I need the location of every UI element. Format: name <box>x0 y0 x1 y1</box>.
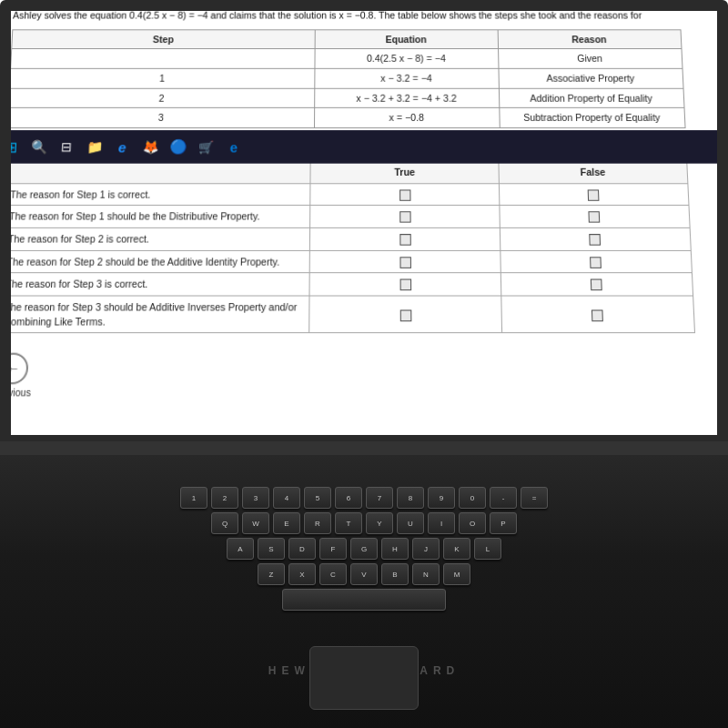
true-col-header: True <box>310 161 499 183</box>
key-q[interactable]: Q <box>211 512 238 534</box>
checkbox-box[interactable] <box>399 309 411 321</box>
false-checkbox-3[interactable] <box>500 228 691 250</box>
tf-row-6: The reason for Step 3 should be Additive… <box>0 296 694 333</box>
statement-2: The reason for Step 1 should be the Dist… <box>3 206 310 228</box>
key-7[interactable]: 7 <box>366 487 393 509</box>
statement-1: The reason for Step 1 is correct. <box>4 183 310 205</box>
key-d[interactable]: D <box>288 538 316 560</box>
firefox-icon[interactable]: 🦊 <box>138 136 161 157</box>
key-minus[interactable]: - <box>490 487 517 509</box>
true-checkbox-2[interactable] <box>310 206 500 228</box>
windows-icon[interactable]: ⊞ <box>0 136 23 157</box>
task-view-icon[interactable]: ⊟ <box>55 136 78 157</box>
touchpad[interactable] <box>309 646 419 710</box>
key-g[interactable]: G <box>350 538 378 560</box>
false-checkbox-6[interactable] <box>501 296 694 333</box>
key-c[interactable]: C <box>319 563 347 585</box>
true-checkbox-1[interactable] <box>310 183 500 205</box>
true-checkbox-4[interactable] <box>309 250 500 273</box>
checkbox-box[interactable] <box>589 234 601 246</box>
previous-button[interactable]: ← Previous <box>0 353 33 400</box>
key-z[interactable]: Z <box>258 563 285 585</box>
key-space[interactable] <box>282 589 446 611</box>
key-a[interactable]: A <box>227 538 254 560</box>
key-row-asdf: A S D F G H J K L <box>27 538 701 560</box>
key-l[interactable]: L <box>474 538 501 560</box>
false-checkbox-5[interactable] <box>500 273 693 296</box>
key-row-qwerty: Q W E R T Y U I O P <box>27 512 701 534</box>
checkbox-box[interactable] <box>588 189 600 200</box>
screen-content: Ashley solves the equation 0.4(2.5 x − 8… <box>0 0 728 464</box>
equation-3: x = −0.8 <box>314 108 500 128</box>
checkbox-box[interactable] <box>589 212 601 223</box>
ie-icon[interactable]: e <box>111 136 134 157</box>
reason-2: Addition Property of Equality <box>499 88 684 108</box>
key-v[interactable]: V <box>350 563 378 585</box>
key-o[interactable]: O <box>459 512 486 534</box>
key-n[interactable]: N <box>412 563 440 585</box>
tf-table: True False The reason for Step 1 is corr… <box>0 160 695 333</box>
key-9[interactable]: 9 <box>428 487 455 509</box>
file-explorer-icon[interactable]: 📁 <box>83 136 106 157</box>
step-header: Step <box>12 29 315 48</box>
true-checkbox-6[interactable] <box>309 296 501 333</box>
checkbox-box[interactable] <box>590 257 602 268</box>
step-1: 1 <box>9 68 314 88</box>
false-checkbox-1[interactable] <box>499 183 688 205</box>
equation-1: x − 3.2 = −4 <box>314 68 499 88</box>
key-equals[interactable]: = <box>521 487 548 509</box>
statement-4: The reason for Step 2 should be the Addi… <box>0 250 310 273</box>
keyboard: 1 2 3 4 5 6 7 8 9 0 - = Q W E R T Y U I … <box>27 487 701 669</box>
key-h[interactable]: H <box>381 538 409 560</box>
false-checkbox-2[interactable] <box>500 206 690 228</box>
true-checkbox-3[interactable] <box>310 228 500 250</box>
prev-circle-icon: ← <box>0 353 29 385</box>
search-icon[interactable]: 🔍 <box>27 136 51 157</box>
false-col-header: False <box>499 161 688 183</box>
key-x[interactable]: X <box>288 563 316 585</box>
key-w[interactable]: W <box>242 512 269 534</box>
checkbox-box[interactable] <box>399 257 411 268</box>
false-checkbox-4[interactable] <box>500 250 692 273</box>
true-checkbox-5[interactable] <box>309 273 500 296</box>
key-u[interactable]: U <box>397 512 424 534</box>
statement-col-header <box>5 161 310 183</box>
key-k[interactable]: K <box>443 538 470 560</box>
key-1[interactable]: 1 <box>180 487 207 509</box>
statement-3: The reason for Step 2 is correct. <box>1 228 310 250</box>
store-icon[interactable]: 🛒 <box>195 136 217 157</box>
key-5[interactable]: 5 <box>304 487 331 509</box>
checkbox-box[interactable] <box>399 189 410 200</box>
taskbar: ⊞ 🔍 ⊟ 📁 e 🦊 🔵 🛒 e <box>0 130 728 164</box>
key-6[interactable]: 6 <box>335 487 362 509</box>
key-r[interactable]: R <box>304 512 331 534</box>
tf-row-5: The reason for Step 3 is correct. <box>0 273 693 296</box>
key-8[interactable]: 8 <box>397 487 424 509</box>
key-e[interactable]: E <box>273 512 300 534</box>
key-y[interactable]: Y <box>366 512 393 534</box>
key-p[interactable]: P <box>490 512 517 534</box>
key-2[interactable]: 2 <box>211 487 238 509</box>
key-3[interactable]: 3 <box>242 487 269 509</box>
checkbox-box[interactable] <box>399 212 410 223</box>
key-j[interactable]: J <box>412 538 440 560</box>
key-s[interactable]: S <box>258 538 285 560</box>
key-b[interactable]: B <box>381 563 409 585</box>
table-row: 1 x − 3.2 = −4 Associative Property <box>9 68 682 88</box>
edge-icon[interactable]: e <box>222 136 245 157</box>
checkbox-box[interactable] <box>399 234 410 246</box>
key-4[interactable]: 4 <box>273 487 300 509</box>
key-m[interactable]: M <box>443 563 470 585</box>
key-t[interactable]: T <box>335 512 362 534</box>
checkbox-box[interactable] <box>591 279 602 291</box>
key-0[interactable]: 0 <box>459 487 486 509</box>
equation-2: x − 3.2 + 3.2 = −4 + 3.2 <box>314 88 499 108</box>
checkbox-box[interactable] <box>399 279 411 291</box>
key-f[interactable]: F <box>319 538 347 560</box>
key-i[interactable]: I <box>428 512 455 534</box>
reason-3: Subtraction Property of Equality <box>499 108 684 128</box>
tf-row-2: The reason for Step 1 should be the Dist… <box>3 206 690 228</box>
chrome-icon[interactable]: 🔵 <box>167 136 189 157</box>
checkbox-box[interactable] <box>592 309 603 321</box>
problem-text: Ashley solves the equation 0.4(2.5 x − 8… <box>13 9 715 22</box>
